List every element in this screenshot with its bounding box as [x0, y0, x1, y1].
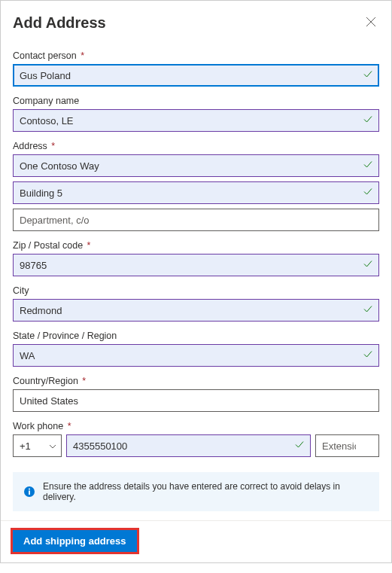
- info-banner: Ensure the address details you have ente…: [13, 472, 379, 511]
- svg-rect-1: [29, 491, 30, 495]
- label-country: Country/Region *: [13, 376, 379, 386]
- field-country: Country/Region *: [13, 376, 379, 412]
- input-address-line3[interactable]: [13, 209, 379, 231]
- field-company-name: Company name: [13, 96, 379, 132]
- field-address: Address *: [13, 141, 379, 231]
- info-icon: [23, 486, 35, 498]
- input-city[interactable]: [13, 299, 379, 322]
- form-body: Contact person * Company name Address *: [1, 38, 391, 520]
- select-phone-country-code[interactable]: +1: [13, 434, 62, 457]
- dialog-header: Add Address: [1, 1, 391, 38]
- required-indicator: *: [78, 50, 84, 61]
- input-address-line2[interactable]: [13, 181, 379, 204]
- dialog-footer: Add shipping address: [1, 520, 391, 562]
- add-shipping-address-button[interactable]: Add shipping address: [13, 530, 137, 552]
- required-indicator: *: [49, 141, 55, 151]
- input-contact-person[interactable]: [13, 64, 379, 87]
- required-indicator: *: [80, 376, 86, 386]
- label-city: City: [13, 285, 379, 296]
- input-zip[interactable]: [13, 254, 379, 276]
- label-state: State / Province / Region: [13, 331, 379, 341]
- field-zip: Zip / Postal code *: [13, 240, 379, 276]
- input-address-line1[interactable]: [13, 154, 379, 177]
- dialog-title: Add Address: [13, 14, 106, 32]
- field-state: State / Province / Region: [13, 331, 379, 367]
- label-zip: Zip / Postal code *: [13, 240, 379, 251]
- field-city: City: [13, 285, 379, 322]
- field-contact-person: Contact person *: [13, 50, 379, 87]
- label-contact-person: Contact person *: [13, 50, 379, 61]
- input-company-name[interactable]: [13, 109, 379, 132]
- svg-point-2: [29, 489, 30, 490]
- close-icon: [366, 15, 376, 30]
- label-company-name: Company name: [13, 96, 379, 106]
- label-address: Address *: [13, 141, 379, 151]
- input-phone-extension[interactable]: [315, 434, 379, 457]
- info-banner-text: Ensure the address details you have ente…: [43, 481, 369, 502]
- input-phone-number[interactable]: [66, 434, 311, 457]
- required-indicator: *: [84, 240, 90, 251]
- input-state[interactable]: [13, 344, 379, 367]
- label-work-phone: Work phone *: [13, 421, 379, 431]
- required-indicator: *: [65, 421, 71, 431]
- input-country[interactable]: [13, 389, 379, 412]
- chevron-down-icon: [49, 442, 56, 450]
- field-work-phone: Work phone * +1: [13, 421, 379, 457]
- close-button[interactable]: [363, 13, 379, 32]
